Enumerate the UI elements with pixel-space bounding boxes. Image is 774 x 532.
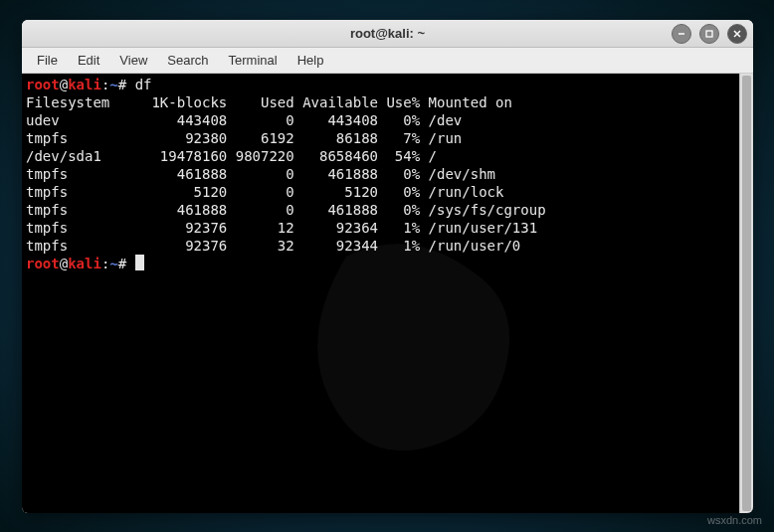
watermark-text: wsxdn.com xyxy=(707,514,762,526)
prompt-line-1: root@kali:~# df xyxy=(26,76,735,93)
menu-edit[interactable]: Edit xyxy=(69,50,108,71)
df-row: tmpfs 92376 12 92364 1% /run/user/131 xyxy=(26,219,735,237)
menu-help[interactable]: Help xyxy=(289,50,333,71)
prompt-line-2: root@kali:~# xyxy=(26,255,735,272)
prompt-host: kali xyxy=(68,256,101,271)
menubar: File Edit View Search Terminal Help xyxy=(22,48,753,74)
prompt-user: root xyxy=(26,256,60,271)
window-controls xyxy=(672,24,747,44)
prompt-symbol: # xyxy=(118,77,126,92)
close-button[interactable] xyxy=(727,24,747,44)
scrollbar-thumb[interactable] xyxy=(742,76,751,511)
scrollbar[interactable] xyxy=(739,74,753,513)
terminal-output[interactable]: root@kali:~# dfFilesystem 1K-blocks Used… xyxy=(22,74,739,513)
command-text: df xyxy=(135,77,152,92)
prompt-at: @ xyxy=(60,256,68,271)
df-row: tmpfs 461888 0 461888 0% /sys/fs/cgroup xyxy=(26,201,735,219)
minimize-icon xyxy=(677,29,686,39)
prompt-path: ~ xyxy=(109,77,117,92)
maximize-icon xyxy=(704,29,714,39)
menu-search[interactable]: Search xyxy=(158,50,217,71)
prompt-host: kali xyxy=(68,77,101,92)
terminal-window: root@kali: ~ File Edit View Search Termi… xyxy=(22,20,753,513)
df-row: tmpfs 461888 0 461888 0% /dev/shm xyxy=(26,165,735,183)
prompt-symbol: # xyxy=(118,256,126,271)
cursor-icon xyxy=(135,255,144,270)
df-row: udev 443408 0 443408 0% /dev xyxy=(26,111,735,129)
close-icon xyxy=(732,29,742,39)
df-row: tmpfs 5120 0 5120 0% /run/lock xyxy=(26,183,735,201)
titlebar[interactable]: root@kali: ~ xyxy=(22,20,753,48)
menu-view[interactable]: View xyxy=(110,50,156,71)
prompt-path: ~ xyxy=(109,256,117,271)
prompt-user: root xyxy=(26,77,60,92)
menu-terminal[interactable]: Terminal xyxy=(220,50,287,71)
minimize-button[interactable] xyxy=(672,24,691,44)
maximize-button[interactable] xyxy=(699,24,719,44)
df-row: /dev/sda1 19478160 9807220 8658460 54% / xyxy=(26,147,735,165)
svg-rect-1 xyxy=(706,31,712,37)
df-row: tmpfs 92376 32 92344 1% /run/user/0 xyxy=(26,237,735,255)
df-header: Filesystem 1K-blocks Used Available Use%… xyxy=(26,93,735,111)
window-title: root@kali: ~ xyxy=(350,26,425,41)
prompt-at: @ xyxy=(60,77,68,92)
df-row: tmpfs 92380 6192 86188 7% /run xyxy=(26,129,735,147)
terminal-area: root@kali:~# dfFilesystem 1K-blocks Used… xyxy=(22,74,753,513)
menu-file[interactable]: File xyxy=(28,50,67,71)
